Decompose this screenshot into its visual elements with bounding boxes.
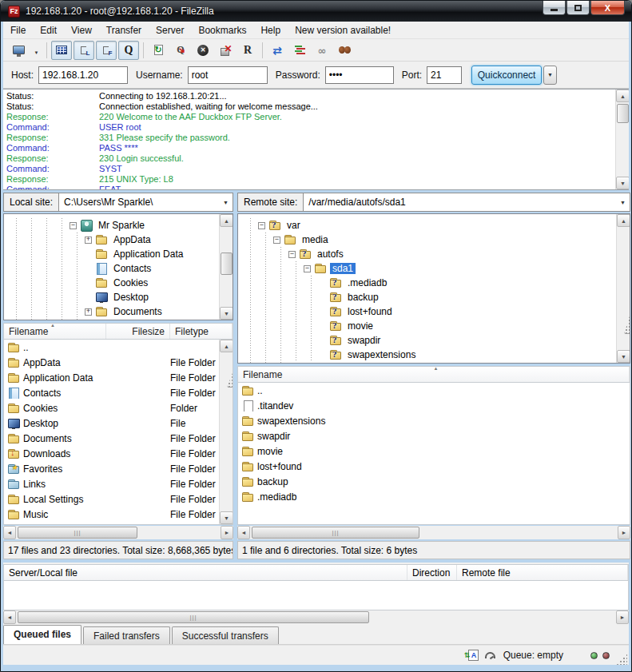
collapse-expander[interactable] (70, 222, 77, 229)
log-scrollbar[interactable] (615, 89, 629, 189)
local-list-hscrollbar[interactable] (3, 526, 233, 539)
quickconnect-button[interactable]: Quickconnect (471, 66, 542, 85)
reconnect-button[interactable]: R (237, 41, 258, 60)
file-row[interactable]: Application DataFile Folder (4, 370, 233, 385)
menu-view[interactable]: View (64, 22, 99, 38)
refresh-button[interactable] (148, 41, 169, 60)
tab-failed-transfers[interactable]: Failed transfers (83, 626, 170, 644)
file-row[interactable]: MusicFile Folder (4, 507, 233, 522)
collapse-expander[interactable] (258, 222, 265, 229)
collapse-expander[interactable] (304, 265, 311, 272)
scroll-right-arrow[interactable] (618, 526, 630, 539)
password-input[interactable] (325, 66, 394, 84)
close-button[interactable]: X (590, 1, 625, 15)
column-header-filename[interactable]: Filename▲ (4, 324, 106, 339)
tree-item[interactable]: Documents (4, 304, 233, 319)
queue-list[interactable] (3, 581, 629, 610)
tree-item[interactable]: swapextensions (238, 348, 630, 362)
tree-item[interactable]: AppData (4, 233, 233, 247)
resize-grip[interactable] (616, 654, 627, 665)
local-site-combobox[interactable]: C:\Users\Mr Sparkle\ ▼ (59, 193, 233, 211)
column-header-filename[interactable]: Filename▲ (238, 367, 630, 382)
site-manager-button[interactable] (8, 41, 29, 60)
toggle-message-log-button[interactable] (51, 41, 72, 60)
menu-help[interactable]: Help (253, 22, 288, 38)
cancel-button[interactable] (193, 41, 213, 60)
scroll-down-arrow[interactable] (220, 511, 233, 524)
site-manager-dropdown-button[interactable] (30, 41, 42, 60)
file-row[interactable]: .mediadb (238, 489, 630, 504)
toggle-local-tree-button[interactable]: L (74, 41, 94, 60)
scrollbar-thumb[interactable] (617, 104, 629, 123)
file-row[interactable]: DownloadsFile Folder (4, 446, 233, 461)
file-row[interactable]: lost+found (238, 459, 630, 474)
local-tree-scrollbar[interactable] (219, 214, 233, 320)
file-row[interactable]: FavoritesFile Folder (4, 461, 233, 476)
tree-item[interactable]: sda1 (238, 261, 630, 276)
tree-item[interactable]: swapdir (238, 333, 630, 348)
scrollbar-thumb[interactable] (624, 299, 630, 334)
tab-queued-files[interactable]: Queued files (3, 625, 81, 644)
tree-item[interactable]: dvd (238, 362, 630, 364)
toggle-remote-tree-button[interactable]: F (96, 41, 117, 60)
scrollbar-thumb[interactable] (221, 252, 233, 275)
scroll-up-arrow[interactable] (220, 340, 233, 352)
file-row[interactable]: .. (4, 340, 233, 355)
column-header-remote-file[interactable]: Remote file (457, 565, 628, 580)
scroll-left-arrow[interactable] (237, 526, 250, 539)
file-row[interactable]: AppDataFile Folder (4, 355, 233, 370)
directory-comparison-button[interactable] (267, 41, 288, 60)
tree-item[interactable]: Downloads (4, 319, 233, 320)
expand-expander[interactable] (85, 237, 92, 244)
menu-new-version[interactable]: New version available! (288, 22, 398, 38)
title-bar[interactable]: Fz 192.168.1.20 - root@192.168.1.20 - Fi… (1, 1, 631, 22)
file-row[interactable]: backup (238, 474, 630, 489)
menu-transfer[interactable]: Transfer (99, 22, 149, 38)
scroll-up-arrow[interactable] (616, 89, 629, 102)
remote-site-combobox[interactable]: /var/media/autofs/sda1 ▼ (304, 193, 630, 211)
file-row[interactable]: DocumentsFile Folder (4, 431, 233, 446)
local-list-scrollbar[interactable] (219, 340, 233, 524)
file-row[interactable]: .. (238, 383, 630, 398)
scroll-down-arrow[interactable] (617, 350, 630, 363)
tree-item[interactable]: Application Data (4, 247, 233, 261)
disconnect-button[interactable] (215, 41, 236, 60)
tab-successful-transfers[interactable]: Successful transfers (172, 626, 279, 644)
column-header-server-local-file[interactable]: Server/Local file (4, 565, 407, 580)
scrollbar-thumb[interactable] (18, 611, 369, 623)
synchronized-browsing-button[interactable] (312, 41, 332, 60)
scroll-left-arrow[interactable] (3, 610, 16, 624)
tree-item[interactable]: movie (238, 319, 630, 333)
scroll-up-arrow[interactable] (617, 214, 630, 227)
file-row[interactable]: DesktopFile (4, 416, 233, 431)
queue-hscrollbar[interactable] (3, 610, 629, 624)
remote-tree-scrollbar[interactable] (616, 214, 630, 363)
scroll-left-arrow[interactable] (3, 526, 16, 539)
tree-item[interactable]: lost+found (238, 304, 630, 319)
file-row[interactable]: CookiesFolder (4, 400, 233, 416)
file-row[interactable]: LinksFile Folder (4, 476, 233, 491)
transfer-type-icon[interactable] (468, 650, 479, 661)
scroll-down-arrow[interactable] (616, 177, 629, 189)
column-header-direction[interactable]: Direction (407, 565, 457, 580)
find-files-button[interactable] (334, 41, 355, 60)
file-row[interactable]: ContactsFile Folder (4, 385, 233, 400)
menu-edit[interactable]: Edit (33, 22, 64, 38)
quickconnect-dropdown-button[interactable]: ▼ (543, 66, 557, 85)
expand-expander[interactable] (85, 308, 92, 316)
scrollbar-thumb[interactable] (252, 527, 419, 539)
host-input[interactable] (38, 66, 128, 84)
file-row[interactable]: Local SettingsFile Folder (4, 491, 233, 507)
file-row[interactable]: swapdir (238, 428, 630, 443)
process-queue-button[interactable]: Q (170, 41, 191, 60)
column-header-filesize[interactable]: Filesize (106, 324, 170, 339)
tree-item[interactable]: .mediadb (238, 276, 630, 290)
port-input[interactable] (427, 66, 462, 84)
scroll-right-arrow[interactable] (221, 526, 233, 539)
tree-item[interactable]: autofs (238, 247, 630, 261)
maximize-button[interactable] (566, 1, 590, 15)
tree-item[interactable]: backup (238, 290, 630, 304)
tree-item[interactable]: media (238, 233, 630, 247)
username-input[interactable] (188, 66, 268, 84)
menu-server[interactable]: Server (149, 22, 191, 38)
